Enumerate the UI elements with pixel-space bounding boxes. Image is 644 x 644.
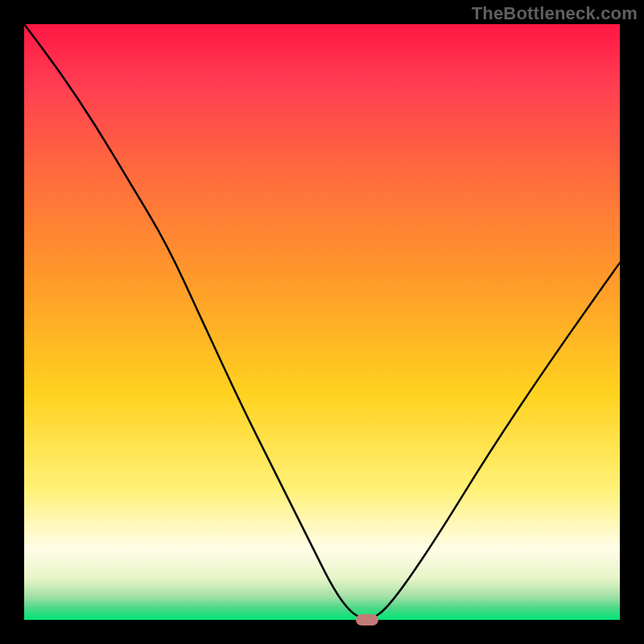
optimal-marker bbox=[356, 614, 378, 625]
plot-area bbox=[24, 24, 620, 620]
watermark-text: TheBottleneck.com bbox=[472, 3, 638, 24]
bottleneck-curve bbox=[24, 24, 620, 620]
chart-canvas: TheBottleneck.com bbox=[0, 0, 644, 644]
